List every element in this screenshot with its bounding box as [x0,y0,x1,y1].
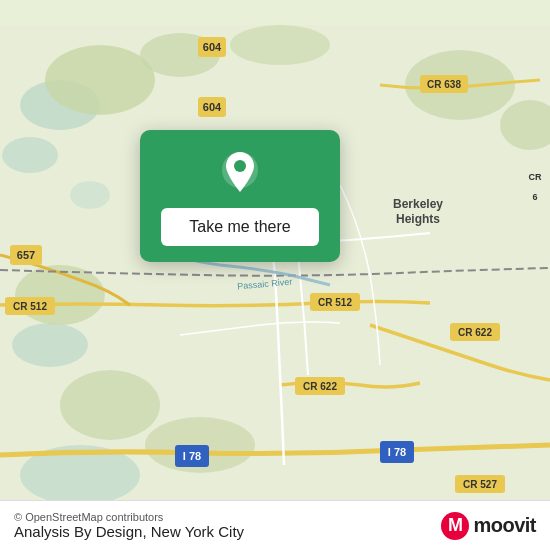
svg-text:CR 622: CR 622 [458,327,492,338]
popup-card: Take me there [140,130,340,262]
moovit-m-icon: M [441,512,469,540]
map-container: 604 604 CR 638 657 CR 512 CR 512 CR 622 … [0,0,550,550]
svg-text:CR 638: CR 638 [427,79,461,90]
svg-text:CR 512: CR 512 [13,301,47,312]
svg-text:CR 512: CR 512 [318,297,352,308]
svg-point-3 [70,181,110,209]
bottom-bar: © OpenStreetMap contributors Analysis By… [0,500,550,550]
svg-point-4 [12,323,88,367]
svg-text:CR 622: CR 622 [303,381,337,392]
location-title: Analysis By Design, New York City [14,523,244,540]
map-background: 604 604 CR 638 657 CR 512 CR 512 CR 622 … [0,0,550,550]
moovit-brand-text: moovit [473,514,536,537]
svg-text:CR: CR [529,172,542,182]
svg-point-7 [230,25,330,65]
svg-text:604: 604 [203,41,222,53]
svg-text:I 78: I 78 [388,446,406,458]
svg-text:Berkeley: Berkeley [393,197,443,211]
location-pin-icon [216,148,264,196]
svg-text:657: 657 [17,249,35,261]
take-me-there-button[interactable]: Take me there [161,208,318,246]
svg-text:I 78: I 78 [183,450,201,462]
svg-point-2 [2,137,58,173]
svg-text:Heights: Heights [396,212,440,226]
svg-text:604: 604 [203,101,222,113]
svg-point-5 [45,45,155,115]
osm-attribution: © OpenStreetMap contributors [14,511,244,523]
svg-text:CR 527: CR 527 [463,479,497,490]
svg-point-42 [234,160,246,172]
moovit-logo: M moovit [441,512,536,540]
svg-point-11 [60,370,160,440]
bottom-left-info: © OpenStreetMap contributors Analysis By… [14,511,244,540]
svg-text:6: 6 [532,192,537,202]
